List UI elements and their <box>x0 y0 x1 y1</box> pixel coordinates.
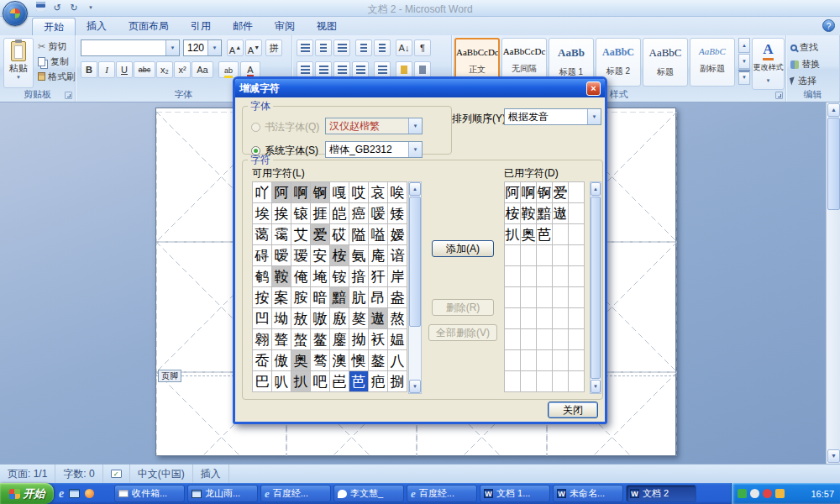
available-char-cell[interactable]: 澳 <box>330 350 349 371</box>
tab-insert[interactable]: 插入 <box>76 18 118 35</box>
used-char-cell[interactable] <box>537 308 553 329</box>
used-char-cell[interactable]: 鞍 <box>521 203 537 224</box>
tray-icon[interactable] <box>738 489 747 498</box>
used-char-cell[interactable] <box>521 329 537 350</box>
change-case-button[interactable]: Aa <box>192 61 213 78</box>
dialog-titlebar[interactable]: 增减字符 × <box>235 79 605 97</box>
available-char-cell[interactable]: 谙 <box>388 245 407 266</box>
used-char-cell[interactable] <box>569 245 585 266</box>
used-char-cell[interactable]: 锕 <box>537 182 553 203</box>
used-char-cell[interactable] <box>505 350 521 371</box>
justify-button[interactable] <box>352 61 369 78</box>
tab-references[interactable]: 引用 <box>180 18 222 35</box>
show-paragraph-marks-button[interactable]: ¶ <box>414 39 431 56</box>
used-char-cell[interactable] <box>505 371 521 392</box>
scroll-up-button[interactable]: ▲ <box>591 182 601 196</box>
available-grid-scrollbar[interactable]: ▲ ▼ <box>408 181 422 394</box>
italic-button[interactable]: I <box>98 61 115 78</box>
available-char-cell[interactable]: 岙 <box>253 350 272 371</box>
tray-icon[interactable] <box>763 489 772 498</box>
available-char-cell[interactable]: 哎 <box>349 182 369 203</box>
available-char-cell[interactable]: 挨 <box>272 203 291 224</box>
copy-button[interactable]: 复制 <box>35 54 78 69</box>
available-char-cell[interactable]: 隘 <box>349 224 369 245</box>
vertical-scrollbar[interactable]: ▲ ▼ <box>826 102 840 464</box>
tab-view[interactable]: 视图 <box>306 18 348 35</box>
task-browser-2[interactable]: e 百度经... <box>407 485 477 502</box>
line-spacing-button[interactable] <box>374 61 391 78</box>
available-char-cell[interactable]: 八 <box>388 350 407 371</box>
available-char-cell[interactable]: 奥 <box>291 350 311 371</box>
sort-button[interactable]: A↓ <box>396 39 412 56</box>
find-button[interactable]: 查找 <box>790 41 818 54</box>
align-right-button[interactable] <box>333 61 350 78</box>
word-count[interactable]: 字数: 0 <box>55 465 102 483</box>
used-char-cell[interactable]: 奥 <box>521 224 537 245</box>
add-button[interactable]: 添加(A) <box>432 240 494 257</box>
available-char-cell[interactable]: 锿 <box>291 203 311 224</box>
used-char-cell[interactable]: 爱 <box>553 182 569 203</box>
task-folder[interactable]: 龙山雨... <box>187 485 258 502</box>
used-char-cell[interactable]: 阿 <box>505 182 521 203</box>
tab-mailings[interactable]: 邮件 <box>222 18 264 35</box>
available-char-cell[interactable]: 瑷 <box>291 245 311 266</box>
tab-review[interactable]: 审阅 <box>264 18 306 35</box>
used-char-cell[interactable] <box>569 203 585 224</box>
used-char-cell[interactable] <box>505 287 521 308</box>
available-char-cell[interactable]: 嗳 <box>369 203 388 224</box>
used-char-cell[interactable] <box>537 371 553 392</box>
task-untitled[interactable]: W 未命名... <box>553 485 623 502</box>
available-char-cell[interactable]: 懊 <box>349 350 369 371</box>
used-char-cell[interactable] <box>569 266 585 287</box>
available-char-cell[interactable]: 骜 <box>311 350 330 371</box>
available-char-cell[interactable]: 鏖 <box>330 329 349 350</box>
multilevel-list-button[interactable] <box>333 39 350 56</box>
available-char-cell[interactable]: 捱 <box>311 203 330 224</box>
used-char-cell[interactable] <box>521 308 537 329</box>
replace-button[interactable]: 替换 <box>790 58 820 71</box>
available-char-cell[interactable]: 癌 <box>349 203 369 224</box>
language-indicator[interactable]: 中文(中国) <box>130 465 193 483</box>
used-char-cell[interactable] <box>521 371 537 392</box>
used-char-cell[interactable] <box>553 371 569 392</box>
scroll-thumb[interactable] <box>409 197 421 327</box>
available-char-cell[interactable]: 拗 <box>349 329 369 350</box>
show-desktop-icon[interactable] <box>69 489 80 498</box>
available-char-cell[interactable]: 砹 <box>330 224 349 245</box>
bullets-button[interactable] <box>297 39 313 56</box>
used-char-cell[interactable] <box>505 266 521 287</box>
used-char-cell[interactable] <box>569 224 585 245</box>
used-grid-scrollbar[interactable]: ▲ ▼ <box>590 181 601 394</box>
font-color-button[interactable]: A <box>240 61 260 78</box>
task-browser-1[interactable]: e 百度经... <box>260 485 331 502</box>
tray-icon[interactable] <box>750 489 759 498</box>
used-char-cell[interactable] <box>553 224 569 245</box>
used-char-cell[interactable] <box>537 266 553 287</box>
used-char-cell[interactable] <box>505 245 521 266</box>
available-char-cell[interactable]: 暗 <box>311 287 330 308</box>
available-char-cell[interactable]: 叭 <box>272 371 291 392</box>
style-item-subtitle[interactable]: AaBbC 副标题 <box>690 38 735 87</box>
available-char-cell[interactable]: 疤 <box>369 371 388 392</box>
scroll-down-button[interactable]: ▼ <box>591 380 601 393</box>
change-styles-button[interactable]: A 更改样式 ▼ <box>752 38 785 90</box>
remove-button[interactable]: 删除(R) <box>432 299 494 316</box>
available-char-cell[interactable]: 铵 <box>330 266 349 287</box>
used-char-cell[interactable] <box>521 245 537 266</box>
available-char-cell[interactable]: 暧 <box>272 245 291 266</box>
available-char-cell[interactable]: 俺 <box>291 266 311 287</box>
available-char-cell[interactable]: 肮 <box>349 287 369 308</box>
used-char-cell[interactable] <box>505 308 521 329</box>
available-char-cell[interactable]: 鹌 <box>253 266 272 287</box>
available-char-cell[interactable]: 媪 <box>388 329 407 350</box>
available-char-cell[interactable]: 揞 <box>349 266 369 287</box>
style-item-title[interactable]: AaBbC 标题 <box>643 38 688 87</box>
available-char-cell[interactable]: 鳌 <box>311 329 330 350</box>
available-char-cell[interactable]: 按 <box>253 287 272 308</box>
used-char-cell[interactable] <box>521 266 537 287</box>
available-char-cell[interactable]: 犴 <box>369 266 388 287</box>
used-chars-grid[interactable]: 阿啊锕爱桉鞍黯遨扒奥芭 <box>504 181 585 392</box>
used-char-cell[interactable] <box>569 329 585 350</box>
sort-order-select[interactable]: 根据发音 ▼ <box>504 108 601 125</box>
available-char-cell[interactable]: 岜 <box>330 371 349 392</box>
